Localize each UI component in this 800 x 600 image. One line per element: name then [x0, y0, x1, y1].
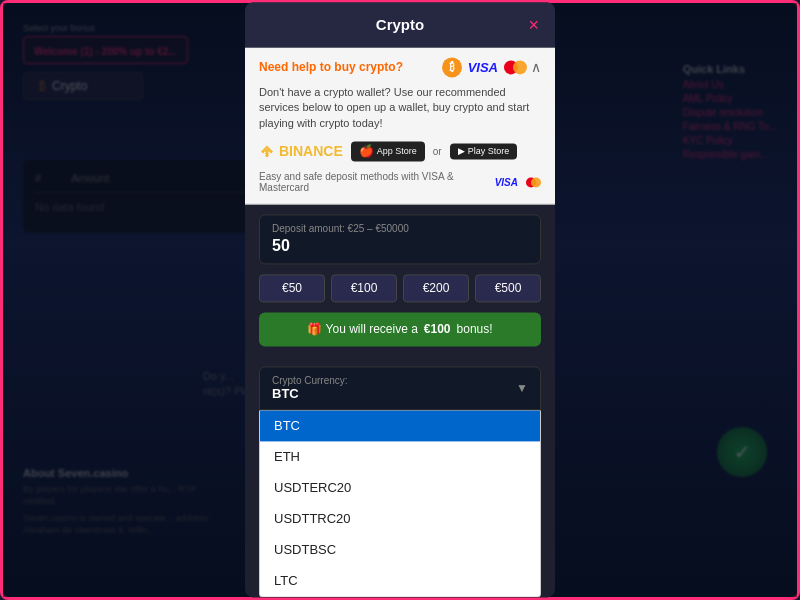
deposit-input-wrap[interactable]: Deposit amount: €25 – €50000 50 — [259, 215, 541, 265]
crypto-option-eth[interactable]: ETH — [260, 442, 540, 473]
play-store-button[interactable]: ▶ Play Store — [450, 144, 518, 160]
bonus-prefix: 🎁 You will receive a — [307, 323, 417, 337]
quick-amount-500[interactable]: €500 — [475, 275, 541, 303]
quick-amount-100[interactable]: €100 — [331, 275, 397, 303]
chevron-down-icon: ▼ — [516, 382, 528, 396]
help-crypto-description: Don't have a crypto wallet? Use our reco… — [259, 85, 541, 131]
modal-body: Need help to buy crypto? ₿ VISA ∧ Don't … — [245, 47, 555, 597]
binance-icon — [259, 144, 275, 160]
play-store-label: Play Store — [468, 147, 510, 157]
help-crypto-header: Need help to buy crypto? ₿ VISA ∧ — [259, 57, 541, 77]
easy-deposit-text: Easy and safe deposit methods with VISA … — [259, 172, 541, 194]
crypto-option-usdttrc20[interactable]: USDTTRC20 — [260, 504, 540, 535]
app-store-label: App Store — [377, 147, 417, 157]
bonus-amount: €100 — [424, 323, 451, 337]
crypto-modal: Crypto × Need help to buy crypto? ₿ VISA… — [245, 2, 555, 597]
quick-amount-50[interactable]: €50 — [259, 275, 325, 303]
visa-icon-small: VISA — [495, 177, 518, 188]
mastercard-icon-small — [526, 178, 541, 188]
modal-title: Crypto — [376, 16, 424, 33]
bonus-suffix: bonus! — [457, 323, 493, 337]
help-crypto-section: Need help to buy crypto? ₿ VISA ∧ Don't … — [245, 47, 555, 204]
deposit-label: Deposit amount: €25 – €50000 — [272, 224, 528, 235]
crypto-currency-label: Crypto Currency: — [272, 376, 348, 387]
deposit-section: Deposit amount: €25 – €50000 50 €50 €100… — [245, 205, 555, 367]
mastercard-icon — [504, 60, 527, 74]
crypto-option-usdtbsc[interactable]: USDTBSC — [260, 535, 540, 566]
modal-header: Crypto × — [245, 2, 555, 47]
bonus-banner: 🎁 You will receive a €100 bonus! — [259, 313, 541, 347]
crypto-options-list: BTC ETH USDTERC20 USDTTRC20 USDTBSC LTC — [259, 411, 541, 598]
chevron-up-icon[interactable]: ∧ — [531, 59, 541, 75]
background: Select your bonus Welcome (1) - 200% up … — [0, 0, 800, 600]
help-crypto-link[interactable]: Need help to buy crypto? — [259, 60, 403, 74]
deposit-value[interactable]: 50 — [272, 238, 528, 256]
crypto-currency-selected: BTC — [272, 387, 348, 402]
app-store-button[interactable]: 🍎 App Store — [351, 142, 425, 162]
bitcoin-icon: ₿ — [442, 57, 462, 77]
or-text: or — [433, 146, 442, 157]
quick-amounts: €50 €100 €200 €500 — [259, 275, 541, 303]
crypto-option-btc[interactable]: BTC — [260, 411, 540, 442]
help-crypto-logos: BINANCE 🍎 App Store or ▶ Play Store — [259, 142, 541, 162]
binance-label: BINANCE — [279, 144, 343, 160]
visa-icon: VISA — [468, 60, 498, 75]
apple-icon: 🍎 — [359, 145, 374, 159]
modal-close-button[interactable]: × — [528, 16, 539, 34]
crypto-option-ltc[interactable]: LTC — [260, 566, 540, 597]
play-icon: ▶ — [458, 147, 465, 157]
crypto-option-usdterc20[interactable]: USDTERC20 — [260, 473, 540, 504]
crypto-select-header[interactable]: Crypto Currency: BTC ▼ — [259, 367, 541, 411]
binance-logo: BINANCE — [259, 144, 343, 160]
crypto-currency-dropdown: Crypto Currency: BTC ▼ BTC ETH USDTERC20… — [259, 367, 541, 598]
quick-amount-200[interactable]: €200 — [403, 275, 469, 303]
